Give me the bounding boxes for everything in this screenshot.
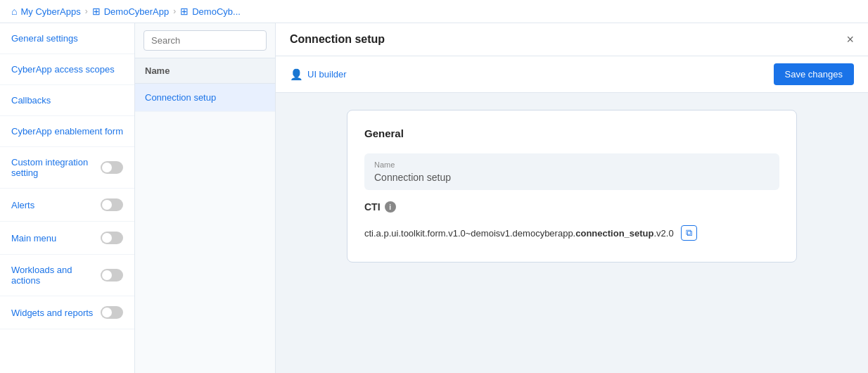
- name-label: Name: [374, 160, 770, 169]
- list-item-connection-setup[interactable]: Connection setup: [135, 84, 275, 112]
- cti-value-row: cti.a.p.ui.toolkit.form.v1.0~demoisv1.de…: [364, 221, 779, 245]
- ui-builder-label: UI builder: [307, 69, 347, 80]
- dialog-toolbar: 👤 UI builder Save changes: [276, 56, 868, 93]
- sidebar-item-cyberapp-enablement-form[interactable]: CyberApp enablement form: [0, 116, 134, 147]
- sidebar-item-widgets-and-reports[interactable]: Widgets and reports: [0, 296, 134, 329]
- sidebar-label-general-settings: General settings: [11, 33, 78, 44]
- name-value: Connection setup: [374, 172, 770, 183]
- toggle-custom-integration[interactable]: [101, 161, 123, 174]
- grid-icon-2: ⊞: [180, 6, 189, 17]
- sidebar-label-callbacks: Callbacks: [11, 95, 51, 106]
- dialog-area: Connection setup × 👤 UI builder Save cha…: [276, 23, 868, 373]
- toggle-alerts[interactable]: [101, 198, 123, 211]
- breadcrumb-item-democyberapp[interactable]: ⊞ DemoCyberApp: [92, 6, 170, 17]
- list-header: Name: [135, 58, 275, 84]
- breadcrumb-label-mycyberapps: My CyberApps: [20, 6, 80, 17]
- sidebar-label-main-menu: Main menu: [11, 233, 56, 244]
- toggle-widgets-and-reports[interactable]: [101, 306, 123, 319]
- breadcrumb-item-democyb[interactable]: ⊞ DemoCyb...: [180, 6, 241, 17]
- search-input[interactable]: [143, 30, 267, 51]
- sidebar-label-workloads-and-actions: Workloads and actions: [11, 265, 101, 286]
- home-icon: ⌂: [11, 6, 17, 17]
- grid-icon-1: ⊞: [92, 6, 101, 17]
- cti-value-prefix: cti.a.p.ui.toolkit.form.v1.0~demoisv1.de…: [364, 228, 575, 239]
- toggle-main-menu[interactable]: [101, 232, 123, 244]
- save-changes-button[interactable]: Save changes: [774, 63, 854, 85]
- ui-builder-button[interactable]: 👤 UI builder: [290, 68, 347, 81]
- close-button[interactable]: ×: [846, 33, 854, 46]
- sidebar-label-cyberapp-enablement-form: CyberApp enablement form: [11, 126, 123, 137]
- sidebar-label-custom-integration-setting: Custom integration setting: [11, 157, 101, 178]
- cti-section: CTI i cti.a.p.ui.toolkit.form.v1.0~demoi…: [364, 201, 779, 245]
- dialog-content: General Name Connection setup CTI i: [276, 93, 868, 373]
- search-bar: [135, 23, 275, 58]
- form-card: General Name Connection setup CTI i: [347, 110, 797, 263]
- copy-button[interactable]: ⧉: [681, 225, 697, 241]
- content-panel: Name Connection setup: [135, 23, 276, 373]
- cti-value-suffix: .v2.0: [653, 228, 673, 239]
- cti-label: CTI i: [364, 201, 779, 213]
- sidebar-item-general-settings[interactable]: General settings: [0, 23, 134, 54]
- sidebar-label-widgets-and-reports: Widgets and reports: [11, 308, 93, 318]
- app-container: ⌂ My CyberApps › ⊞ DemoCyberApp › ⊞ Demo…: [0, 0, 868, 373]
- sidebar-item-callbacks[interactable]: Callbacks: [0, 85, 134, 116]
- breadcrumb-label-democyberapp: DemoCyberApp: [104, 6, 170, 17]
- dialog-header: Connection setup ×: [276, 23, 868, 56]
- form-section-title: General: [364, 127, 779, 139]
- name-field: Name Connection setup: [364, 153, 779, 190]
- dialog-title: Connection setup: [290, 33, 385, 46]
- sidebar-item-main-menu[interactable]: Main menu: [0, 222, 134, 255]
- breadcrumb-sep-2: ›: [173, 6, 176, 16]
- breadcrumb-label-democyb: DemoCyb...: [192, 6, 241, 17]
- cti-value: cti.a.p.ui.toolkit.form.v1.0~demoisv1.de…: [364, 228, 674, 239]
- sidebar-item-alerts[interactable]: Alerts: [0, 189, 134, 222]
- breadcrumb-sep-1: ›: [85, 6, 88, 16]
- cti-value-bold: connection_setup: [575, 228, 653, 239]
- sidebar-item-workloads-and-actions[interactable]: Workloads and actions: [0, 255, 134, 296]
- breadcrumb: ⌂ My CyberApps › ⊞ DemoCyberApp › ⊞ Demo…: [0, 0, 868, 23]
- sidebar-item-custom-integration-setting[interactable]: Custom integration setting: [0, 147, 134, 189]
- sidebar-label-alerts: Alerts: [11, 200, 34, 210]
- sidebar-item-cyberapp-access-scopes[interactable]: CyberApp access scopes: [0, 54, 134, 85]
- toggle-workloads-and-actions[interactable]: [101, 269, 123, 282]
- info-icon[interactable]: i: [385, 201, 396, 213]
- main-layout: General settings CyberApp access scopes …: [0, 23, 868, 373]
- breadcrumb-item-mycyberapps[interactable]: ⌂ My CyberApps: [11, 6, 81, 17]
- ui-builder-icon: 👤: [290, 68, 303, 81]
- sidebar-label-cyberapp-access-scopes: CyberApp access scopes: [11, 64, 115, 75]
- sidebar: General settings CyberApp access scopes …: [0, 23, 135, 373]
